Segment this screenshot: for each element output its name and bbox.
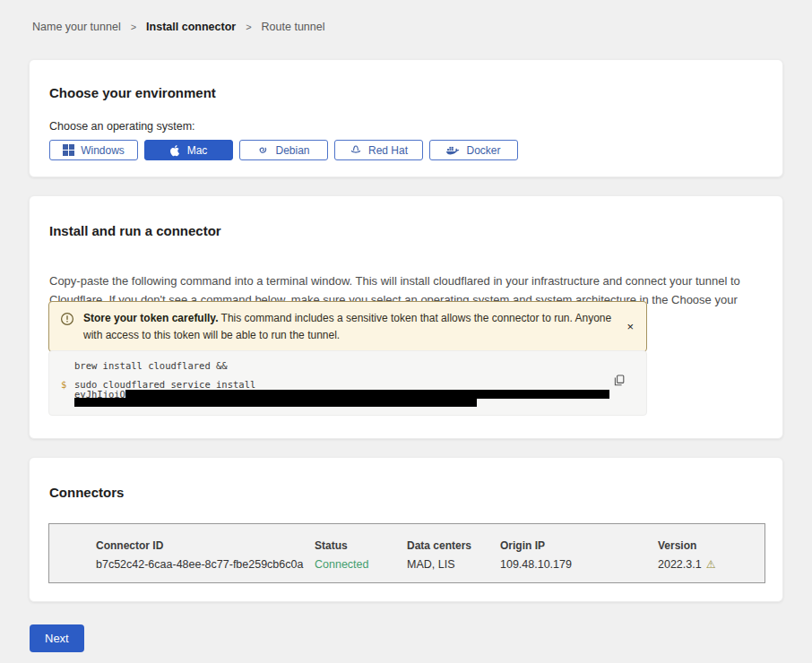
token-warning-text: Store your token carefully. This command… bbox=[83, 310, 616, 343]
os-button-redhat[interactable]: Red Hat bbox=[334, 140, 423, 160]
redacted-token-bar bbox=[74, 398, 477, 407]
col-status: Status bbox=[315, 539, 407, 552]
copy-icon[interactable] bbox=[614, 375, 625, 389]
apple-icon bbox=[170, 144, 181, 157]
table-header-row: Connector ID Status Data centers Origin … bbox=[96, 539, 750, 552]
chevron-separator-icon: > bbox=[246, 22, 251, 32]
chevron-separator-icon: > bbox=[131, 22, 136, 32]
version-value: 2022.3.1 ⚠ bbox=[658, 558, 750, 571]
close-icon[interactable]: × bbox=[625, 321, 635, 332]
os-button-debian[interactable]: Debian bbox=[239, 140, 328, 160]
redhat-icon bbox=[350, 144, 362, 156]
debian-icon bbox=[257, 144, 269, 156]
install-card-title: Install and run a connector bbox=[49, 223, 221, 238]
os-button-label: Windows bbox=[81, 144, 125, 157]
breadcrumb-step-name-tunnel[interactable]: Name your tunnel bbox=[32, 21, 121, 33]
os-button-label: Mac bbox=[187, 144, 208, 157]
connectors-table: Connector ID Status Data centers Origin … bbox=[48, 523, 765, 583]
os-button-group: Windows Mac Debian Red Hat Docker bbox=[49, 140, 518, 160]
table-row: b7c52c42-6caa-48ee-8c77-fbe259cb6c0a Con… bbox=[96, 558, 750, 571]
os-button-label: Debian bbox=[275, 144, 309, 157]
connector-id-value: b7c52c42-6caa-48ee-8c77-fbe259cb6c0a bbox=[96, 558, 315, 571]
col-version: Version bbox=[658, 539, 750, 552]
command-line-1: brew install cloudflared && bbox=[74, 360, 228, 371]
shell-prompt: $ bbox=[61, 379, 66, 390]
breadcrumb: Name your tunnel > Install connector > R… bbox=[32, 21, 324, 33]
version-number: 2022.3.1 bbox=[658, 558, 702, 571]
environment-card: Choose your environment Choose an operat… bbox=[29, 59, 783, 177]
connectors-card: Connectors Connector ID Status Data cent… bbox=[29, 457, 783, 602]
os-button-docker[interactable]: Docker bbox=[429, 140, 518, 160]
token-warning-banner: Store your token carefully. This command… bbox=[48, 301, 647, 352]
col-connector-id: Connector ID bbox=[96, 539, 315, 552]
breadcrumb-step-route-tunnel[interactable]: Route tunnel bbox=[262, 21, 325, 33]
os-button-mac[interactable]: Mac bbox=[144, 140, 233, 160]
status-badge: Connected bbox=[315, 558, 407, 571]
col-origin-ip: Origin IP bbox=[500, 539, 658, 552]
connectors-card-title: Connectors bbox=[49, 485, 124, 500]
col-data-centers: Data centers bbox=[407, 539, 500, 552]
data-centers-value: MAD, LIS bbox=[407, 558, 500, 571]
alert-circle-icon bbox=[60, 312, 74, 330]
os-button-windows[interactable]: Windows bbox=[49, 140, 138, 160]
os-button-label: Docker bbox=[466, 144, 500, 157]
install-connector-card: Install and run a connector Copy-paste t… bbox=[29, 195, 783, 439]
warning-triangle-icon: ⚠ bbox=[706, 559, 716, 570]
origin-ip-value: 109.48.10.179 bbox=[500, 558, 658, 571]
os-button-label: Red Hat bbox=[368, 144, 408, 157]
os-select-label: Choose an operating system: bbox=[49, 120, 195, 133]
next-button[interactable]: Next bbox=[30, 624, 84, 652]
token-warning-bold: Store your token carefully. bbox=[83, 312, 219, 324]
windows-icon bbox=[63, 144, 74, 156]
docker-icon bbox=[446, 145, 460, 156]
breadcrumb-step-install-connector[interactable]: Install connector bbox=[146, 21, 236, 33]
environment-card-title: Choose your environment bbox=[49, 85, 216, 100]
terminal-command-block: brew install cloudflared && $ sudo cloud… bbox=[48, 350, 647, 416]
